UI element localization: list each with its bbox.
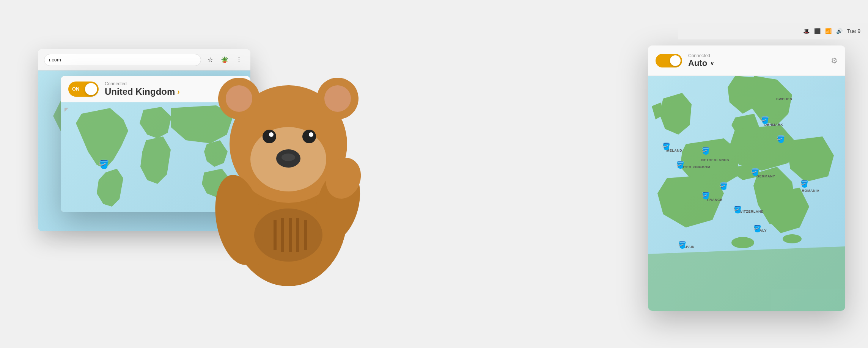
vpn-location-chevron: ›	[177, 87, 180, 96]
svg-point-23	[783, 234, 802, 243]
honey-pot-1: 🪣	[676, 160, 685, 169]
honey-pot-9: 🪣	[753, 224, 762, 233]
honey-pot-3: 🪣	[760, 116, 769, 125]
vpn-location-text: United Kingdom	[105, 86, 175, 97]
honey-bear-marker: 🪣	[99, 160, 109, 169]
vpn-popup-right: ◤ Connected Auto ∨ ⚙	[648, 45, 845, 311]
system-menubar: 🎩 ⬛ 📶 🔊 Tue 9	[678, 23, 868, 39]
country-label: SWEDEN	[776, 97, 793, 101]
honey-pot-8: 🪣	[719, 182, 728, 191]
vpn-right-location-button[interactable]: Auto ∨	[688, 58, 714, 68]
honey-pot-0: 🪣	[662, 142, 671, 151]
vpn-right-settings-button[interactable]: ⚙	[831, 56, 838, 65]
vpn-right-europe-map-svg	[648, 76, 845, 311]
svg-point-10	[309, 132, 313, 137]
vpn-right-location-text: Auto	[688, 58, 707, 68]
toggle-auto-knob	[670, 55, 681, 66]
country-label: ROMANIA	[802, 189, 820, 193]
menubar-time: Tue 9	[847, 28, 860, 34]
vpn-toggle-button[interactable]: ON	[68, 82, 99, 97]
menubar-airplay-icon: ⬛	[814, 28, 821, 34]
svg-point-8	[269, 132, 274, 137]
country-label: NETHERLANDS	[701, 158, 729, 162]
svg-point-9	[302, 130, 316, 143]
vpn-connected-label: Connected	[105, 81, 180, 86]
honey-pot-7: 🪣	[733, 205, 742, 214]
honey-pot-6: 🪣	[701, 191, 710, 200]
vpn-popup-right-header: Connected Auto ∨ ⚙	[648, 45, 845, 76]
svg-point-22	[731, 237, 754, 248]
honey-pot-10: 🪣	[678, 240, 687, 249]
bear-svg	[209, 57, 368, 292]
vpn-right-map: IRELANDUNITED KINGDOMNETHERLANDSSWEDENDE…	[648, 76, 845, 311]
vpn-location-button[interactable]: United Kingdom ›	[105, 86, 180, 97]
vpn-connection-info: Connected United Kingdom ›	[105, 81, 180, 97]
browser-address-bar[interactable]: r.com	[44, 54, 201, 66]
honey-pot-4: 🪣	[776, 135, 785, 144]
toggle-knob	[85, 83, 97, 95]
vpn-right-toggle-button[interactable]	[656, 54, 682, 67]
menubar-hat-icon: 🎩	[803, 28, 810, 34]
bear-mascot	[209, 57, 368, 292]
honey-pot-11: 🪣	[800, 179, 809, 188]
svg-point-5	[324, 85, 351, 112]
svg-point-3	[226, 85, 252, 112]
menubar-volume-icon: 🔊	[836, 28, 843, 34]
vpn-right-info: Connected Auto ∨	[688, 53, 714, 68]
svg-point-7	[263, 130, 276, 143]
vpn-right-toggle-area: Connected Auto ∨	[656, 53, 714, 68]
honey-pot-5: 🪣	[750, 168, 760, 177]
menubar-wifi-icon: 📶	[825, 28, 832, 34]
honey-pot-2: 🪣	[701, 146, 710, 155]
vpn-right-chevron: ∨	[710, 60, 714, 66]
vpn-right-connected-label: Connected	[688, 53, 714, 58]
svg-point-16	[254, 208, 322, 262]
vpn-toggle-area: ON Connected United Kingdom ›	[68, 81, 180, 97]
svg-point-12	[281, 154, 295, 161]
toggle-on-label: ON	[72, 86, 80, 92]
browser-url-text: r.com	[49, 57, 61, 63]
